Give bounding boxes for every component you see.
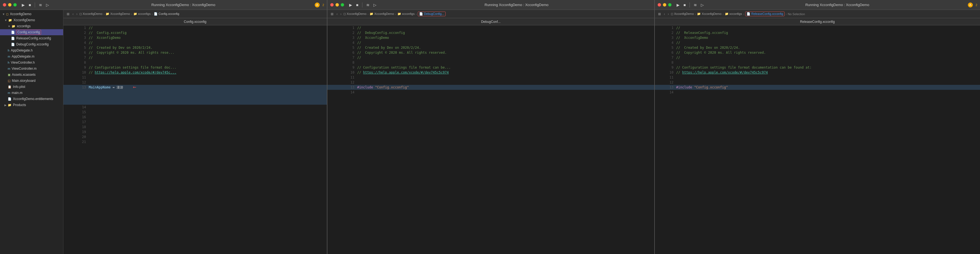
code3-line-13[interactable]: 13#include "Config.xcconfig" — [655, 85, 980, 90]
close-button-1[interactable] — [3, 3, 6, 6]
nav-forward-3[interactable]: › — [667, 11, 670, 16]
warning-count-3: 2 — [975, 3, 977, 6]
code-line-6: 6// Copyright © 2020 ms. All rights rese… — [64, 50, 327, 55]
sidebar-item-main-storyboard[interactable]: ◱ Main.storyboard — [0, 78, 63, 84]
sidebar-item-viewcontroller-m[interactable]: m ViewController.m — [0, 65, 63, 71]
sidebar-item-group[interactable]: ▼ 📁 XcconfigDemo — [0, 17, 63, 23]
run-button-3[interactable]: ▶ — [676, 2, 681, 8]
scheme-icon-3[interactable]: ≋ — [692, 2, 698, 8]
nav-forward-2[interactable]: › — [339, 11, 342, 16]
tab-label-1: Config.xcconfig — [184, 20, 207, 24]
disclosure-xcconfigs: ▼ — [8, 25, 11, 28]
code3-line-2: 2// ReleaseConfig.xcconfig — [655, 30, 980, 35]
minimize-button-1[interactable] — [8, 3, 11, 6]
code-line-17: 17 — [64, 119, 327, 124]
entitlements-icon: 📄 — [8, 97, 11, 101]
crumb-2-2-icon: 📁 — [398, 12, 401, 16]
crumb-2-1-icon: 📁 — [369, 12, 374, 16]
close-button-3[interactable] — [657, 3, 661, 6]
sidebar-item-assets[interactable]: ▣ Assets.xcassets — [0, 71, 63, 78]
nav-back-3[interactable]: ‹ — [663, 11, 666, 16]
crumb-3-3[interactable]: 📄 ReleaseConfig.xcconfig — [745, 11, 784, 16]
sidebar-item-config-xcconfig[interactable]: 📄 Config.xcconfig — [0, 29, 63, 35]
code3-line-8: 8 — [655, 60, 980, 65]
grid-icon-3[interactable]: ⊞ — [657, 11, 662, 16]
xcconfigs-folder-icon: 📁 — [11, 24, 16, 28]
editor-1[interactable]: 1// 2// Config.xcconfig 3// XcconfigDemo… — [64, 25, 327, 254]
sidebar-item-products[interactable]: ▶ 📁 Products — [0, 102, 63, 108]
sidebar-label-appdelegate-h: AppDelegate.h — [11, 49, 32, 52]
minimize-button-3[interactable] — [663, 3, 667, 6]
arrow-annotation: ← — [133, 84, 136, 89]
sidebar-label-entitlements: XcconfigDemo.entitlements — [13, 97, 53, 101]
stop-button-3[interactable]: ■ — [682, 2, 687, 8]
run-button-1[interactable]: ▶ — [21, 2, 26, 8]
sidebar-label-appdelegate-m: AppDelegate.m — [11, 54, 35, 59]
sep-2 — [362, 3, 363, 8]
maximize-button-1[interactable] — [13, 3, 17, 6]
close-button-2[interactable] — [330, 3, 334, 6]
crumb-1-2[interactable]: 📁 xcconfigs — [134, 12, 151, 16]
nav-forward-1[interactable]: › — [75, 11, 78, 16]
crumb-3-0-icon: ◻ — [671, 12, 673, 16]
editor-3[interactable]: 1// 2// ReleaseConfig.xcconfig 3// Xccon… — [655, 25, 980, 254]
scheme-icon-1[interactable]: ≋ — [38, 2, 43, 8]
crumb-2-0[interactable]: ◻ XcconfigDemo — [344, 12, 366, 16]
nav-back-1[interactable]: ‹ — [72, 11, 75, 16]
crumb-2-1[interactable]: 📁 XcconfigDemo — [369, 12, 394, 16]
sidebar-item-xcconfigs[interactable]: ▼ 📁 xcconfigs — [0, 23, 63, 29]
breadcrumb-2: ◻ XcconfigDemo › 📁 XcconfigDemo › 📁 xcco… — [344, 11, 652, 16]
toolbar-1: ▶ ■ ≋ ▷ — [21, 2, 50, 8]
code-line-8: 8 — [64, 60, 327, 65]
sidebar-item-entitlements[interactable]: 📄 XcconfigDemo.entitlements — [0, 96, 63, 102]
run-button-2[interactable]: ▶ — [348, 2, 353, 8]
sidebar-label-viewcontroller-h: ViewController.h — [11, 60, 35, 65]
crumb-1-2-icon: 📁 — [134, 12, 137, 16]
sidebar-label-viewcontroller-m: ViewController.m — [11, 67, 37, 70]
sidebar-item-info-plist[interactable]: 📋 Info.plist — [0, 84, 63, 90]
crumb-3-1[interactable]: 📁 XcconfigDemo — [697, 12, 722, 16]
scheme-icon-2[interactable]: ≋ — [365, 2, 371, 8]
maximize-button-2[interactable] — [340, 3, 344, 6]
appdelegate-m-icon: m — [8, 55, 10, 58]
crumb-1-3[interactable]: 📄 Config.xcconfig — [154, 12, 179, 16]
grid-icon-1[interactable]: ⊞ — [65, 11, 70, 16]
device-icon-3[interactable]: ▷ — [700, 2, 705, 8]
code-line-13[interactable]: 13MainAppName = 漫游 ← — [64, 85, 327, 105]
sidebar-item-project[interactable]: ▼ ◻ XcconfigDemo — [0, 11, 63, 17]
device-icon-2[interactable]: ▷ — [372, 2, 377, 8]
stop-button-2[interactable]: ■ — [355, 2, 360, 8]
nav-back-2[interactable]: ‹ — [336, 11, 339, 16]
code3-line-5: 5// Created by Dev on 2020/2/24. — [655, 45, 980, 50]
sidebar-item-appdelegate-m[interactable]: m AppDelegate.m — [0, 54, 63, 59]
crumb-2-2[interactable]: 📁 xcconfigs — [398, 12, 415, 16]
code2-line-5: 5// Created by Dev on 2020/2/24. — [328, 45, 654, 50]
code3-line-9: 9// Configuration settings file format d… — [655, 65, 980, 70]
crumb-1-1[interactable]: 📁 XcconfigDemo — [105, 12, 130, 16]
traffic-lights-1 — [3, 3, 17, 6]
code2-line-9: 9// Configuration settings file format c… — [328, 65, 654, 70]
minimize-button-2[interactable] — [336, 3, 339, 6]
crumb-3-0[interactable]: ◻ XcconfigDemo — [671, 12, 694, 16]
code3-line-12: 12 — [655, 80, 980, 85]
sidebar-item-appdelegate-h[interactable]: h AppDelegate.h — [0, 48, 63, 54]
stop-button-1[interactable]: ■ — [27, 2, 32, 8]
sidebar-item-viewcontroller-h[interactable]: h ViewController.h — [0, 59, 63, 65]
code-line-5: 5// Created by Dev on 2020/2/24. — [64, 45, 327, 50]
group-icon: 📁 — [8, 19, 12, 22]
sidebar-item-debug-xcconfig[interactable]: 📄 DebugConfig.xcconfig — [0, 41, 63, 48]
maximize-button-3[interactable] — [668, 3, 671, 6]
device-icon-1[interactable]: ▷ — [45, 2, 50, 8]
crumb-1-0[interactable]: ◻ XcconfigDemo — [80, 12, 102, 16]
disclosure-group: ▼ — [5, 19, 7, 22]
grid-icon-2[interactable]: ⊞ — [329, 11, 334, 16]
sidebar-item-main-m[interactable]: m main.m — [0, 90, 63, 96]
editor-2[interactable]: 1// 2// DebugConfig.xcconfig 3// Xcconfi… — [328, 25, 654, 254]
code2-line-13[interactable]: 13#include "Config.xcconfig" — [328, 85, 654, 90]
crumb-3-2[interactable]: 📁 xcconfigs — [725, 12, 742, 16]
sidebar-item-release-xcconfig[interactable]: 📄 ReleaseConfig.xcconfig — [0, 35, 63, 41]
disclosure-products: ▶ — [5, 103, 6, 106]
titlebar-1: ▶ ■ ≋ ▷ Running XcconfigDemo : XcconfigD… — [0, 0, 327, 10]
traffic-lights-3 — [657, 3, 671, 6]
crumb-2-3[interactable]: 📄 DebugConfig... — [418, 11, 445, 16]
